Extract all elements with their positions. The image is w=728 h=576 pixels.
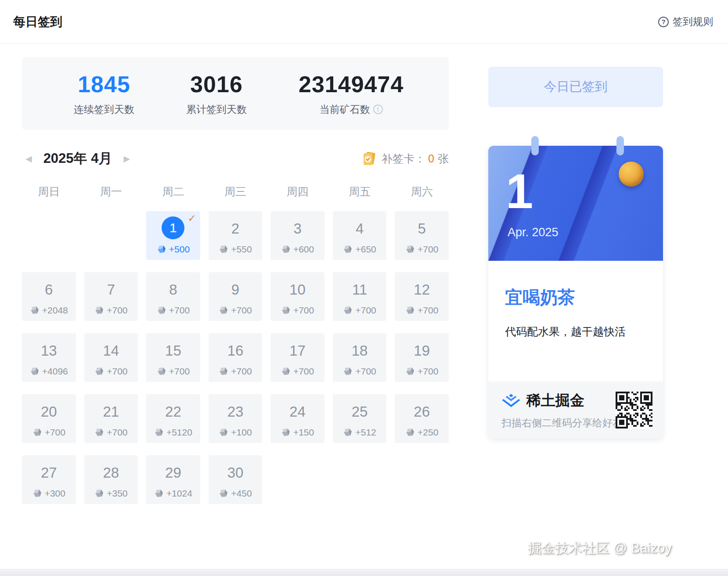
day-reward: +700 — [281, 305, 314, 316]
calendar-day-cell[interactable]: ✓ 29 +1024 — [146, 455, 200, 504]
ore-icon — [94, 306, 104, 315]
calendar-day-cell[interactable]: ✓ 6 +2048 — [22, 272, 76, 321]
day-reward: +700 — [405, 366, 438, 377]
day-reward: +5120 — [154, 427, 192, 438]
calendar-day-cell[interactable]: ✓ 12 +700 — [395, 272, 449, 321]
signin-rules-link[interactable]: ? 签到规则 — [658, 15, 713, 29]
month-navigation: ◀ 2025年 4月 ▶ — [25, 149, 130, 168]
calendar-day-cell[interactable]: ✓ 21 +700 — [84, 394, 138, 443]
stat-label: 累计签到天数 — [186, 103, 247, 116]
day-reward: +700 — [32, 427, 65, 438]
ore-icon — [405, 245, 415, 254]
reward-amount: +300 — [45, 488, 65, 499]
calendar-day-cell[interactable]: ✓ 9 +700 — [209, 272, 263, 321]
calendar-day-cell[interactable]: ✓ 8 +700 — [146, 272, 200, 321]
day-number: 2 — [224, 217, 247, 240]
calendar-day-cell[interactable]: ✓ 13 +4096 — [22, 333, 76, 382]
reward-amount: +150 — [293, 427, 314, 438]
calendar-day-cell[interactable]: ✓ 30 +450 — [209, 455, 263, 504]
calendar-day-cell[interactable]: ✓ 19 +700 — [395, 333, 449, 382]
makeup-card-info[interactable]: 补签卡： 0 张 — [360, 150, 449, 167]
ore-icon — [32, 428, 42, 437]
calendar-day-cell[interactable]: ✓ 22 +5120 — [146, 394, 200, 443]
calendar-day-cell[interactable]: ✓ 20 +700 — [22, 394, 76, 443]
reward-amount: +512 — [355, 427, 376, 438]
month-label: 2025年 4月 — [43, 149, 112, 168]
ore-icon — [343, 428, 353, 437]
calendar-day-cell[interactable]: ✓ 14 +700 — [84, 333, 138, 382]
calendar-day-cell[interactable]: ✓ 17 +700 — [270, 333, 324, 382]
day-number: 13 — [37, 339, 60, 362]
day-reward: +700 — [405, 244, 438, 255]
reward-amount: +550 — [231, 244, 252, 255]
reward-amount: +4096 — [42, 366, 68, 377]
calendar-day-cell[interactable]: ✓ 23 +100 — [209, 394, 263, 443]
day-reward: +700 — [219, 366, 252, 377]
calendar-day-cell[interactable]: ✓ 16 +700 — [209, 333, 263, 382]
calendar-day-cell[interactable]: ✓ 18 +700 — [333, 333, 387, 382]
day-reward: +550 — [219, 244, 252, 255]
day-number: 19 — [411, 339, 433, 362]
day-number: 7 — [100, 278, 123, 301]
day-reward: +450 — [219, 488, 252, 499]
stat-label: 连续签到天数 — [74, 103, 134, 116]
bottom-strip — [0, 569, 728, 576]
day-reward: +700 — [343, 366, 376, 377]
day-number: 10 — [286, 278, 309, 301]
day-reward: +700 — [94, 366, 127, 377]
main-content: 1845 连续签到天数 3016 累计签到天数 23149474 当前矿石数 !… — [0, 44, 728, 504]
calendar-day-cell[interactable]: ✓ 27 +300 — [22, 455, 76, 504]
reward-amount: +5120 — [166, 427, 192, 438]
weekday-label: 周日 — [22, 184, 76, 199]
calendar-day-cell[interactable]: ✓ 7 +700 — [84, 272, 138, 321]
day-number: 21 — [100, 400, 123, 423]
reward-amount: +700 — [355, 366, 376, 377]
day-reward: +700 — [157, 305, 190, 316]
day-number: 29 — [162, 461, 184, 484]
calendar-day-cell[interactable]: ✓ 10 +700 — [270, 272, 324, 321]
day-number: 23 — [224, 400, 247, 423]
ore-icon — [154, 428, 164, 437]
day-number: 12 — [411, 278, 433, 301]
orange-ball-icon — [619, 162, 644, 187]
top-bar: 每日签到 ? 签到规则 — [0, 0, 728, 44]
next-month-button[interactable]: ▶ — [123, 155, 130, 163]
makeup-card-count: 0 — [428, 152, 434, 165]
signed-in-button[interactable]: 今日已签到 — [488, 67, 663, 107]
check-icon: ✓ — [187, 212, 196, 224]
ore-icon — [94, 428, 104, 437]
calendar-day-cell[interactable]: ✓ 1 +500 — [146, 211, 200, 260]
calendar-blank-cell — [22, 211, 76, 260]
calendar-day-cell[interactable]: ✓ 2 +550 — [209, 211, 263, 260]
reward-amount: +700 — [293, 305, 314, 316]
calendar-day-cell[interactable]: ✓ 3 +600 — [270, 211, 324, 260]
promo-footer: 稀土掘金 扫描右侧二维码分享给好友 — [488, 382, 663, 439]
ore-icon — [405, 306, 415, 315]
day-reward: +250 — [405, 427, 438, 438]
calendar-day-cell[interactable]: ✓ 28 +350 — [84, 455, 138, 504]
day-number: 24 — [286, 400, 309, 423]
day-reward: +1024 — [154, 488, 192, 499]
day-number: 30 — [224, 461, 247, 484]
calendar-day-cell[interactable]: ✓ 24 +150 — [270, 394, 324, 443]
calendar-day-cell[interactable]: ✓ 11 +700 — [333, 272, 387, 321]
day-reward: +350 — [94, 488, 127, 499]
weekday-label: 周二 — [146, 184, 200, 199]
reward-amount: +700 — [355, 305, 376, 316]
promo-day-number: 1 — [506, 167, 533, 216]
calendar-day-cell[interactable]: ✓ 26 +250 — [395, 394, 449, 443]
calendar-day-cell[interactable]: ✓ 25 +512 — [333, 394, 387, 443]
calendar-day-cell[interactable]: ✓ 15 +700 — [146, 333, 200, 382]
prev-month-button[interactable]: ◀ — [25, 155, 32, 163]
ore-icon — [94, 367, 104, 376]
day-reward: +700 — [157, 366, 190, 377]
ore-icon — [94, 489, 104, 498]
day-number: 11 — [348, 278, 371, 301]
info-circle-icon[interactable]: ! — [373, 104, 383, 114]
calendar-day-cell[interactable]: ✓ 4 +650 — [333, 211, 387, 260]
calendar-day-cell[interactable]: ✓ 5 +700 — [395, 211, 449, 260]
stat-consecutive-days: 1845 连续签到天数 — [74, 71, 134, 116]
ore-icon — [281, 306, 291, 315]
stat-label: 当前矿石数 — [320, 103, 370, 116]
day-number: 17 — [286, 339, 309, 362]
